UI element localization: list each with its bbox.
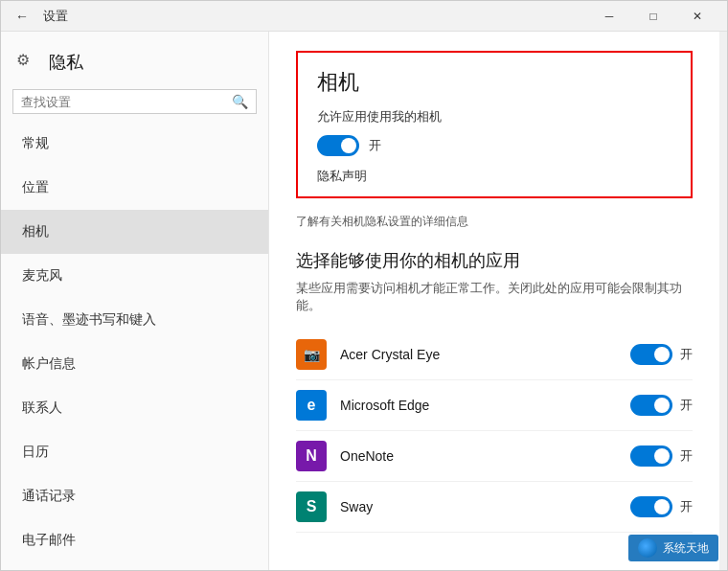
app-icon-onenote: N (296, 441, 327, 471)
settings-window: ← 设置 ─ □ ✕ ⚙ 隐私 🔍 常规位置相机麦克风语音、墨迹书写和键入帐户信… (0, 0, 728, 571)
search-icon: 🔍 (232, 94, 248, 109)
app-toggle-row-edge: 开 (630, 395, 693, 416)
sidebar: ⚙ 隐私 🔍 常规位置相机麦克风语音、墨迹书写和键入帐户信息联系人日历通话记录电… (1, 32, 269, 570)
nav-item-account[interactable]: 帐户信息 (1, 342, 268, 386)
back-button[interactable]: ← (9, 3, 35, 30)
camera-toggle-label: 开 (369, 137, 381, 154)
app-name-acer: Acer Crystal Eye (340, 347, 630, 362)
content-area: ⚙ 隐私 🔍 常规位置相机麦克风语音、墨迹书写和键入帐户信息联系人日历通话记录电… (1, 32, 727, 570)
app-toggle-label-acer: 开 (680, 346, 693, 363)
nav-item-contacts[interactable]: 联系人 (1, 386, 268, 430)
app-toggle-edge[interactable] (630, 395, 672, 416)
apps-section-title: 选择能够使用你的相机的应用 (296, 249, 693, 272)
app-icon-acer: 📷 (296, 339, 327, 370)
nav-item-call_history[interactable]: 通话记录 (1, 474, 268, 518)
window-controls: ─ □ ✕ (587, 1, 719, 32)
nav-item-location[interactable]: 位置 (1, 166, 268, 210)
main-panel: 相机 允许应用使用我的相机 开 隐私声明 了解有关相机隐私设置的详细信息 选择能… (269, 32, 719, 570)
app-list: 📷Acer Crystal Eye开eMicrosoft Edge开NOneNo… (296, 330, 693, 533)
app-toggle-onenote[interactable] (630, 445, 672, 467)
apps-section-note: 某些应用需要访问相机才能正常工作。关闭此处的应用可能会限制其功能。 (296, 280, 693, 314)
app-toggle-row-onenote: 开 (630, 445, 693, 467)
app-icon-edge: e (296, 390, 327, 421)
search-input[interactable] (21, 95, 232, 109)
privacy-link[interactable]: 隐私声明 (317, 168, 671, 185)
nav-item-calendar[interactable]: 日历 (1, 430, 268, 474)
app-icon-sway: S (296, 491, 327, 522)
nav-list: 常规位置相机麦克风语音、墨迹书写和键入帐户信息联系人日历通话记录电子邮件消息传送… (1, 122, 268, 570)
app-toggle-sway[interactable] (630, 496, 672, 517)
nav-item-email[interactable]: 电子邮件 (1, 518, 268, 562)
nav-item-speech[interactable]: 语音、墨迹书写和键入 (1, 298, 268, 342)
app-toggle-label-onenote: 开 (680, 447, 693, 465)
camera-settings-box: 相机 允许应用使用我的相机 开 隐私声明 (296, 51, 693, 198)
info-text: 了解有关相机隐私设置的详细信息 (296, 214, 693, 230)
window-title: 设置 (43, 8, 68, 25)
app-toggle-label-edge: 开 (680, 397, 693, 414)
app-item-acer: 📷Acer Crystal Eye开 (296, 330, 693, 380)
app-toggle-row-sway: 开 (630, 496, 693, 517)
sidebar-title: 隐私 (49, 51, 83, 74)
app-item-edge: eMicrosoft Edge开 (296, 380, 693, 431)
app-toggle-row-acer: 开 (630, 344, 693, 365)
privacy-icon: ⚙ (16, 51, 39, 74)
watermark-text: 系统天地 (663, 540, 709, 557)
minimize-button[interactable]: ─ (587, 1, 631, 32)
nav-item-general[interactable]: 常规 (1, 122, 268, 166)
app-toggle-acer[interactable] (630, 344, 672, 365)
camera-toggle[interactable] (317, 135, 359, 156)
titlebar: ← 设置 ─ □ ✕ (1, 1, 727, 32)
camera-description: 允许应用使用我的相机 (317, 108, 671, 126)
app-toggle-label-sway: 开 (680, 498, 693, 515)
close-button[interactable]: ✕ (675, 1, 719, 32)
camera-section-title: 相机 (317, 68, 671, 97)
sidebar-header: ⚙ 隐私 (1, 39, 268, 89)
app-item-sway: SSway开 (296, 482, 693, 533)
globe-icon (638, 538, 657, 558)
watermark: 系统天地 (628, 535, 718, 561)
app-name-onenote: OneNote (340, 448, 630, 464)
scrollbar[interactable] (719, 32, 727, 570)
camera-toggle-row: 开 (317, 135, 671, 156)
nav-item-messaging[interactable]: 消息传送 (1, 562, 268, 570)
maximize-button[interactable]: □ (631, 1, 675, 32)
app-name-sway: Sway (340, 499, 630, 514)
app-name-edge: Microsoft Edge (340, 398, 630, 413)
app-item-onenote: NOneNote开 (296, 431, 693, 482)
nav-item-microphone[interactable]: 麦克风 (1, 254, 268, 298)
search-box: 🔍 (12, 89, 257, 114)
nav-item-camera[interactable]: 相机 (1, 210, 268, 254)
